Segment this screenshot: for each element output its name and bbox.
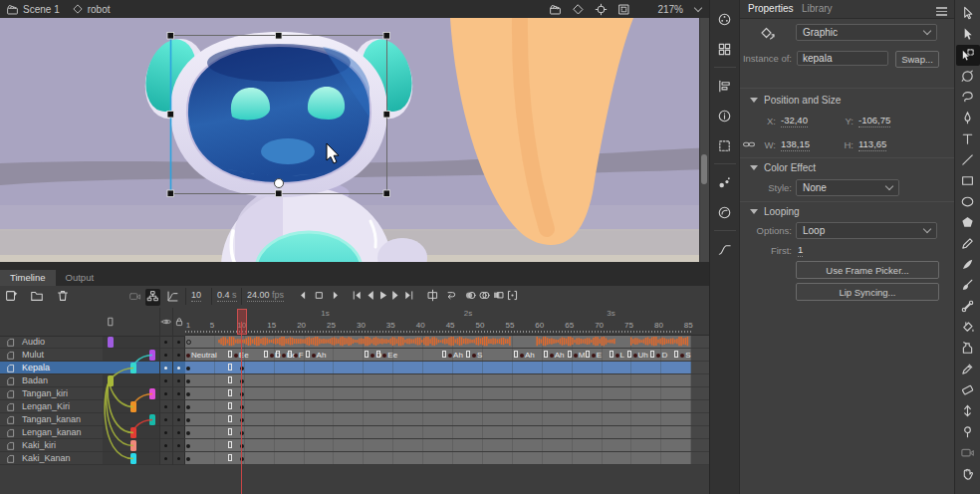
y-value[interactable]: -106,75 xyxy=(858,115,890,127)
tl-edit-multiple-frames[interactable] xyxy=(492,289,505,304)
keyframe-dot[interactable] xyxy=(615,354,619,358)
tl-new-folder[interactable] xyxy=(30,289,44,305)
layer-lock-dot[interactable] xyxy=(177,405,180,408)
layer-visibility-dot[interactable] xyxy=(164,418,167,421)
layer-parent-tab[interactable] xyxy=(130,363,136,373)
keyframe-end-marker[interactable] xyxy=(674,351,678,358)
keyframe-end-marker[interactable] xyxy=(228,415,232,422)
keyframe-dot[interactable] xyxy=(592,354,596,358)
layer-lock-dot[interactable] xyxy=(177,392,180,395)
keyframe-end-marker[interactable] xyxy=(466,351,470,358)
keyframe-dot[interactable] xyxy=(633,354,637,358)
tool-hand[interactable] xyxy=(956,463,980,484)
tl-insert-layer[interactable] xyxy=(4,289,18,305)
tool-lasso[interactable] xyxy=(956,87,980,108)
keyframe-end-marker[interactable] xyxy=(228,441,232,448)
keyframe-end-marker[interactable] xyxy=(568,351,572,358)
section-looping[interactable]: Looping xyxy=(750,206,800,217)
keyframe-end-marker[interactable] xyxy=(228,454,232,461)
tool-classic-brush[interactable] xyxy=(956,275,980,296)
keyframe-dot[interactable] xyxy=(520,354,524,358)
layer-visibility-dot[interactable] xyxy=(164,431,167,434)
keyframe-dot[interactable] xyxy=(186,392,190,396)
panel-cc-libraries[interactable] xyxy=(711,197,739,227)
frame-row-Mulut[interactable]: NeutralEeDEeFAhDEeAhSAhAhMELUhDS xyxy=(185,349,709,362)
symbol-breadcrumb[interactable]: robot xyxy=(88,4,111,15)
stage-canvas[interactable] xyxy=(0,18,709,270)
tl-loop-playback[interactable] xyxy=(313,289,326,304)
clapper-icon[interactable] xyxy=(549,3,562,16)
panel-swatches[interactable] xyxy=(711,34,739,64)
keyframe-end-marker[interactable] xyxy=(228,351,232,358)
layer-row-Badan[interactable]: Badan xyxy=(0,374,185,387)
ruler-frame-number[interactable]: 80 xyxy=(654,321,663,330)
mouth-keyframe-label[interactable]: Uh xyxy=(638,351,648,360)
ruler-frame-number[interactable]: 1 xyxy=(186,321,190,330)
tab-properties[interactable]: Properties xyxy=(748,0,794,18)
keyframe-dot[interactable] xyxy=(186,367,190,370)
layer-lock-dot[interactable] xyxy=(177,431,180,434)
layer-visibility-dot[interactable] xyxy=(164,392,167,395)
keyframe-dot[interactable] xyxy=(186,457,190,461)
panel-brush-library[interactable] xyxy=(711,167,739,197)
mouth-keyframe-label[interactable]: F xyxy=(299,351,304,360)
layer-lock-dot[interactable] xyxy=(177,341,180,344)
keyframe-dot[interactable] xyxy=(186,354,190,358)
tl-camera[interactable] xyxy=(127,289,142,306)
mouth-keyframe-label[interactable]: Ah xyxy=(555,351,565,360)
frame-row-Tangan_kiri[interactable] xyxy=(185,387,709,400)
frame-row-Lengan_kanan[interactable] xyxy=(185,426,709,439)
lock-header-icon[interactable] xyxy=(173,316,185,328)
panel-motion-graph[interactable] xyxy=(711,234,739,264)
tl-next-frame[interactable] xyxy=(389,289,402,304)
tool-paint-bucket[interactable] xyxy=(956,317,980,338)
tool-selection[interactable] xyxy=(956,3,980,24)
tool-line[interactable] xyxy=(956,149,980,170)
current-frame[interactable]: 10 xyxy=(191,290,201,302)
mouth-keyframe-label[interactable]: Ee xyxy=(239,351,249,360)
layer-visibility-dot[interactable] xyxy=(164,341,167,344)
mouth-keyframe-label[interactable]: M xyxy=(579,351,586,360)
ruler-frame-number[interactable]: 70 xyxy=(595,321,604,330)
tool-ink-bottle[interactable] xyxy=(956,338,980,359)
clapper-icon[interactable] xyxy=(6,3,19,16)
layer-visibility-dot[interactable] xyxy=(164,379,167,382)
frame-row-Kaki_kiri[interactable] xyxy=(185,439,709,452)
frame-row-Lengan_Kiri[interactable] xyxy=(185,400,709,413)
tab-timeline[interactable]: Timeline xyxy=(0,270,56,286)
elapsed-time[interactable]: 0.4 s xyxy=(217,290,237,302)
keyframe-end-marker[interactable] xyxy=(276,351,280,358)
panel-info[interactable] xyxy=(711,101,739,130)
tool-camera[interactable] xyxy=(956,442,980,463)
ruler-second-mark[interactable]: 3s xyxy=(607,309,614,318)
mouth-keyframe-label[interactable]: Ah xyxy=(317,351,327,360)
layer-lock-dot[interactable] xyxy=(177,379,180,382)
panel-menu-icon[interactable] xyxy=(936,5,947,18)
mouth-keyframe-label[interactable]: Ee xyxy=(387,351,397,360)
timeline-ruler[interactable]: 1s2s3s1510152025303540455055606570758085 xyxy=(185,308,709,336)
ruler-frame-number[interactable]: 65 xyxy=(565,321,574,330)
ruler-frame-number[interactable]: 5 xyxy=(210,321,214,330)
tl-show-parenting[interactable] xyxy=(145,289,160,306)
frames-area[interactable]: 1s2s3s1510152025303540455055606570758085… xyxy=(185,308,709,494)
keyframe-dot[interactable] xyxy=(472,354,476,358)
playhead-line[interactable] xyxy=(241,322,242,494)
keyframe-end-marker[interactable] xyxy=(442,351,446,358)
keyframe-end-marker[interactable] xyxy=(228,389,232,396)
layer-row-Tangan_kiri[interactable]: Tangan_kiri xyxy=(0,387,185,400)
layer-visibility-dot[interactable] xyxy=(164,354,167,357)
ruler-frame-number[interactable]: 50 xyxy=(476,321,485,330)
tool-subselection[interactable] xyxy=(956,24,980,45)
layer-parent-tab[interactable] xyxy=(130,440,136,451)
layer-parent-tab[interactable] xyxy=(149,414,155,425)
h-value[interactable]: 113,65 xyxy=(858,138,886,151)
panel-color[interactable] xyxy=(711,4,739,34)
tab-output[interactable]: Output xyxy=(56,270,105,286)
ruler-frame-number[interactable]: 25 xyxy=(327,321,336,330)
layer-visibility-dot[interactable] xyxy=(164,457,167,460)
zoom-dropdown-chevron-icon[interactable] xyxy=(694,3,702,11)
tool-gradient-transform[interactable] xyxy=(956,66,980,87)
center-stage-icon[interactable] xyxy=(595,3,608,16)
frame-row-Badan[interactable] xyxy=(185,374,709,387)
keyframe-dot[interactable] xyxy=(312,354,316,358)
